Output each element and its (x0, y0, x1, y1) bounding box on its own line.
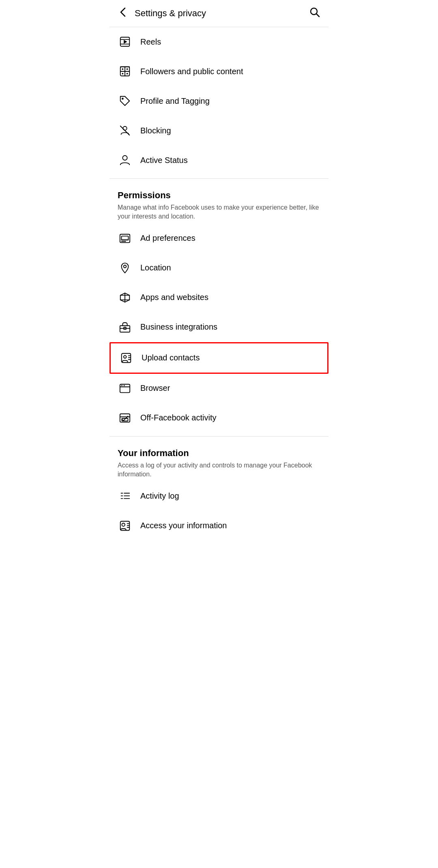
your-information-desc: Access a log of your activity and contro… (118, 461, 320, 479)
menu-item-browser[interactable]: Browser (110, 374, 328, 403)
menu-item-off-facebook[interactable]: Off-Facebook activity (110, 403, 328, 433)
search-icon[interactable] (309, 6, 320, 20)
your-information-section-header: Your information Access a log of your ac… (110, 440, 328, 482)
divider-2 (110, 436, 328, 437)
menu-item-activity-log[interactable]: Activity log (110, 482, 328, 511)
location-icon (118, 261, 132, 275)
svg-point-21 (124, 265, 127, 268)
svg-point-9 (122, 69, 124, 70)
ad-icon (118, 231, 132, 246)
activity-log-icon (118, 489, 132, 504)
svg-marker-2 (124, 40, 127, 43)
menu-item-followers-label: Followers and public content (140, 67, 243, 76)
menu-item-blocking[interactable]: Blocking (110, 116, 328, 146)
svg-point-33 (124, 385, 125, 386)
permissions-section-header: Permissions Manage what info Facebook us… (110, 182, 328, 224)
menu-item-reels[interactable]: Reels (110, 27, 328, 57)
menu-item-profile-tagging-label: Profile and Tagging (140, 96, 210, 106)
apps-icon (118, 290, 132, 305)
tag-icon (118, 94, 132, 108)
contacts-icon (119, 351, 133, 365)
menu-item-ad-preferences[interactable]: Ad preferences (110, 224, 328, 253)
menu-item-active-status[interactable]: Active Status (110, 146, 328, 175)
your-information-menu: Activity log Access your information (110, 482, 328, 541)
browser-icon (118, 381, 132, 396)
svg-rect-18 (122, 236, 129, 240)
divider-1 (110, 178, 328, 179)
svg-point-11 (122, 73, 124, 75)
menu-item-upload-contacts-label: Upload contacts (142, 353, 200, 362)
menu-item-blocking-label: Blocking (140, 126, 171, 135)
header-left: Settings & privacy (118, 6, 206, 20)
menu-item-apps-label: Apps and websites (140, 293, 208, 302)
svg-rect-22 (120, 326, 130, 332)
top-menu: Reels Followers and public content (110, 27, 328, 175)
permissions-desc: Manage what info Facebook uses to make y… (118, 203, 320, 221)
svg-point-32 (121, 385, 122, 386)
permissions-title: Permissions (118, 190, 320, 201)
header: Settings & privacy (110, 0, 328, 27)
menu-item-apps-websites[interactable]: Apps and websites (110, 283, 328, 313)
business-icon (118, 320, 132, 334)
menu-item-location[interactable]: Location (110, 253, 328, 283)
menu-item-business[interactable]: Business integrations (110, 313, 328, 342)
blocking-icon (118, 123, 132, 138)
menu-item-access-info-label: Access your information (140, 521, 227, 530)
menu-item-business-label: Business integrations (140, 322, 217, 332)
active-status-icon (118, 153, 132, 167)
reels-icon (118, 34, 132, 49)
menu-item-followers[interactable]: Followers and public content (110, 57, 328, 86)
menu-item-active-status-label: Active Status (140, 156, 188, 165)
menu-item-location-label: Location (140, 263, 171, 272)
menu-item-profile-tagging[interactable]: Profile and Tagging (110, 86, 328, 116)
access-info-icon (118, 519, 132, 533)
svg-point-44 (122, 523, 125, 526)
followers-icon (118, 64, 132, 79)
off-facebook-icon (118, 411, 132, 425)
menu-item-reels-label: Reels (140, 37, 161, 47)
menu-item-access-info[interactable]: Access your information (110, 511, 328, 541)
svg-point-10 (127, 69, 128, 70)
menu-item-browser-label: Browser (140, 384, 170, 393)
svg-point-16 (122, 156, 127, 160)
svg-point-12 (127, 73, 128, 75)
permissions-menu: Ad preferences Location Apps and website… (110, 224, 328, 433)
svg-point-26 (124, 356, 127, 358)
menu-item-ad-label: Ad preferences (140, 234, 195, 243)
svg-point-13 (122, 98, 124, 100)
your-information-title: Your information (118, 448, 320, 459)
menu-item-activity-log-label: Activity log (140, 491, 179, 501)
menu-item-upload-contacts[interactable]: Upload contacts (110, 342, 328, 374)
back-button[interactable] (118, 6, 129, 20)
page-title: Settings & privacy (135, 8, 206, 19)
menu-item-off-facebook-label: Off-Facebook activity (140, 413, 216, 422)
